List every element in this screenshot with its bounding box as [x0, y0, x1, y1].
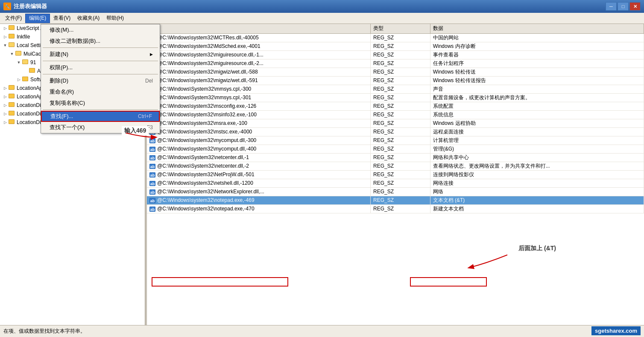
cell-name: ab@C:\Windows\system32\NetProjW.dll,-501	[147, 170, 371, 179]
menu-bar: 文件(F) 编辑(E) 查看(V) 收藏夹(A) 帮助(H)	[0, 13, 644, 24]
cell-type: REG_SZ	[371, 196, 430, 204]
table-row[interactable]: ab@C:\Windows\system32\netshell.dll,-120…	[147, 179, 644, 187]
cell-data: Windows 轻松传送报告	[430, 76, 644, 85]
close-button[interactable]: ✕	[629, 2, 641, 11]
reg-icon: ab	[149, 189, 155, 195]
menu-edit-permissions[interactable]: 权限(P)...	[41, 62, 160, 73]
minimize-button[interactable]: ─	[606, 2, 617, 11]
reg-icon: ab	[149, 198, 155, 203]
table-row[interactable]: ab@C:\Windows\system32\notepad.exe,-469R…	[147, 196, 644, 204]
cell-name: ab@C:\Windows\system32\migwiz/wet.dll,-5…	[147, 76, 371, 85]
menu-edit-modify[interactable]: 修改(M)...	[41, 24, 160, 35]
title-bar: 🔧 注册表编辑器 ─ □ ✕	[0, 0, 644, 13]
menu-edit-find[interactable]: 查找(F)... Ctrl+F	[41, 111, 160, 122]
table-row[interactable]: ab@C:\Windows\system32\mycomput.dll,-400…	[147, 145, 644, 153]
cell-data: Windows 轻松传送	[430, 68, 644, 76]
cell-name: ab@C:\Windows\system32\msconfig.exe,-126	[147, 102, 371, 110]
cell-type: REG_SZ	[371, 179, 430, 187]
tree-arrow: ▷	[2, 112, 9, 116]
menu-file[interactable]: 文件(F)	[2, 14, 25, 23]
cell-type: REG_SZ	[371, 59, 430, 68]
reg-icon: ab	[149, 155, 155, 160]
folder-icon	[22, 77, 29, 83]
menu-view[interactable]: 查看(V)	[50, 14, 74, 23]
cell-data: 网络连接	[430, 179, 644, 187]
folder-icon	[9, 85, 15, 91]
cell-name: ab@C:\Windows\system32\miguiresource.dll…	[147, 59, 371, 68]
table-row[interactable]: ab@C:\Windows\system32\mstsc.exe,-4000RE…	[147, 127, 644, 136]
cell-name: ab@C:\Windows\system32\msra.exe,-100	[147, 119, 371, 127]
menu-edit-delete[interactable]: 删除(D) Del	[41, 75, 160, 86]
cell-data: 新建文本文档	[430, 204, 644, 213]
tree-arrow: ▼	[15, 60, 22, 65]
registry-panel: 名称 类型 数据 ab@C:\Windows\system32\MCTRes.d…	[147, 24, 644, 325]
reg-icon: ab	[149, 147, 155, 152]
table-row[interactable]: ab@C:\Windows\system32\NetworkExplorer.d…	[147, 187, 644, 196]
cell-data: Windows 内存诊断	[430, 42, 644, 50]
table-row[interactable]: ab@C:\Windows\System32\netcenter.dll,-2R…	[147, 162, 644, 170]
menu-edit-find-next[interactable]: 查找下一个(X) F3	[41, 122, 160, 133]
cell-data: 系统信息	[430, 110, 644, 119]
table-row[interactable]: ab@C:\Windows\System32\mmsys.cpl,-300REG…	[147, 85, 644, 93]
cell-data: 文本文档 (&T)	[430, 196, 644, 204]
reg-icon: ab	[149, 181, 155, 186]
tree-arrow: ▷	[2, 86, 9, 90]
table-row[interactable]: ab@C:\Windows\system32\NetProjW.dll,-501…	[147, 170, 644, 179]
cell-data: 查看网络状态、更改网络设置，并为共享文件和打...	[430, 162, 644, 170]
cell-type: REG_SZ	[371, 162, 430, 170]
col-name: 名称	[147, 24, 371, 33]
table-row[interactable]: ab@C:\Windows\system32\msra.exe,-100REG_…	[147, 119, 644, 127]
cell-name: ab@C:\Windows\system32\netshell.dll,-120…	[147, 179, 371, 187]
table-row[interactable]: ab@C:\Windows\system32\notepad.exe,-470R…	[147, 204, 644, 213]
cell-name: ab@C:\Windows\system32\notepad.exe,-470	[147, 204, 371, 213]
menu-edit-modify-binary[interactable]: 修改二进制数据(B)...	[41, 35, 160, 47]
menu-edit-new[interactable]: 新建(N)	[41, 49, 160, 60]
table-row[interactable]: ab@C:\Windows\system32\MCTRes.dll,-40005…	[147, 33, 644, 42]
cell-type: REG_SZ	[371, 204, 430, 213]
table-row[interactable]: ab@C:\Windows\system32\migwiz/wet.dll,-5…	[147, 68, 644, 76]
table-row[interactable]: ab@C:\Windows\System32\netcenter.dll,-1R…	[147, 153, 644, 162]
cell-type: REG_SZ	[371, 153, 430, 162]
cell-type: REG_SZ	[371, 42, 430, 50]
menu-favorites[interactable]: 收藏夹(A)	[74, 14, 103, 23]
tree-label: LocationApi	[17, 85, 44, 91]
cell-name: ab@C:\Windows\system32\miguiresource.dll…	[147, 50, 371, 59]
maximize-button[interactable]: □	[618, 2, 629, 11]
folder-icon	[9, 111, 15, 117]
tree-arrow: ▷	[2, 35, 9, 39]
cell-data: 远程桌面连接	[430, 127, 644, 136]
cell-data: 任务计划程序	[430, 59, 644, 68]
cell-name: ab@C:\Windows\system32\NetworkExplorer.d…	[147, 187, 371, 196]
folder-icon	[29, 68, 36, 74]
table-row[interactable]: ab@C:\Windows\system32\msinfo32.exe,-100…	[147, 110, 644, 119]
cell-type: REG_SZ	[371, 145, 430, 153]
table-row[interactable]: ab@C:\Windows\system32\MdSched.exe,-4001…	[147, 42, 644, 50]
reg-icon: ab	[149, 164, 155, 169]
menu-help[interactable]: 帮助(H)	[103, 14, 127, 23]
tree-arrow: ▷	[2, 103, 9, 107]
cell-name: ab@C:\Windows\system32\MdSched.exe,-4001	[147, 42, 371, 50]
window-controls: ─ □ ✕	[606, 2, 641, 11]
table-row[interactable]: ab@C:\Windows\system32\miguiresource.dll…	[147, 50, 644, 59]
table-row[interactable]: ab@C:\Windows\System32\mmsys.cpl,-301REG…	[147, 93, 644, 102]
cell-type: REG_SZ	[371, 93, 430, 102]
folder-icon	[9, 94, 15, 100]
table-row[interactable]: ab@C:\Windows\system32\msconfig.exe,-126…	[147, 102, 644, 110]
menu-edit[interactable]: 编辑(E)	[25, 14, 50, 23]
cell-type: REG_SZ	[371, 33, 430, 42]
cell-type: REG_SZ	[371, 170, 430, 179]
separator	[43, 47, 158, 48]
table-row[interactable]: ab@C:\Windows\system32\miguiresource.dll…	[147, 59, 644, 68]
tree-label: 91	[30, 59, 36, 65]
cell-name: ab@C:\Windows\system32\MCTRes.dll,-40005	[147, 33, 371, 42]
table-row[interactable]: ab@C:\Windows\system32\migwiz/wet.dll,-5…	[147, 76, 644, 85]
status-text: 在项、值或数据里找到文本字符串。	[3, 328, 85, 335]
table-row[interactable]: ab@C:\Windows\system32\mycomput.dll,-300…	[147, 136, 644, 145]
col-data: 数据	[430, 24, 644, 33]
cell-type: REG_SZ	[371, 50, 430, 59]
tree-label: Inkfile	[17, 34, 30, 40]
cell-data: 系统配置	[430, 102, 644, 110]
menu-edit-copy-name[interactable]: 复制项名称(C)	[41, 98, 160, 109]
folder-icon	[9, 42, 15, 48]
menu-edit-rename[interactable]: 重命名(R)	[41, 86, 160, 98]
